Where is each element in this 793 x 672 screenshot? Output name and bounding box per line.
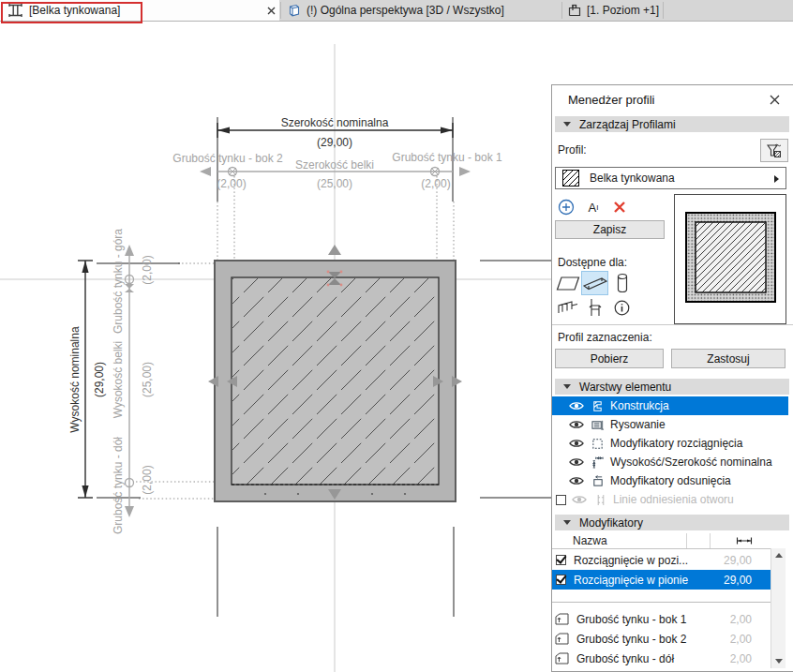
visibility-eye-icon[interactable] [569, 457, 584, 467]
profile-label: Profil: [558, 143, 587, 157]
selection-profile-label: Profil zaznaczenia: [558, 331, 652, 344]
dim-height-chain: Grubość tynku - góra (2,00) Wysokość bel… [112, 229, 154, 534]
dim-value: (2,00) [141, 255, 154, 284]
modifiers-table-header[interactable]: Nazwa [552, 532, 771, 549]
dim-label: Grubość tynku - góra [112, 229, 125, 334]
section-caret-icon [563, 520, 571, 525]
available-wall-toggle[interactable] [554, 271, 581, 295]
modifier-row-plaster-side2[interactable]: Grubość tynku - bok 2 2,00 [552, 629, 771, 649]
layer-row-offset-modifiers[interactable]: Modyfikatory odsunięcia [552, 471, 788, 490]
railing-icon [557, 300, 579, 315]
tab-separator [663, 2, 664, 19]
layer-label: Linie odniesienia otworu [613, 493, 734, 506]
modifier-value[interactable]: 2,00 [730, 652, 752, 665]
modifier-checkbox[interactable] [556, 575, 566, 585]
available-railing-toggle[interactable] [554, 295, 581, 320]
profile-preview-image [675, 195, 786, 323]
delete-profile-button[interactable] [610, 198, 629, 217]
apply-button[interactable]: Zastosuj [671, 349, 786, 368]
tab-3d-perspective[interactable]: (!) Ogólna perspektywa [3D / Wszystko] [287, 0, 504, 21]
stretch-modifiers-layer-icon [591, 438, 604, 450]
layer-checkbox[interactable] [556, 495, 566, 505]
handle-right-outer[interactable] [452, 376, 462, 387]
new-profile-button[interactable] [557, 198, 576, 217]
profile-preview [674, 194, 786, 324]
visibility-eye-icon[interactable] [569, 401, 584, 411]
section-label: Modyfikatory [579, 516, 643, 530]
panel-title: Menedżer profili [568, 93, 655, 107]
name-column-header[interactable]: Nazwa [573, 534, 607, 547]
handle-top[interactable] [328, 245, 341, 255]
modifier-value[interactable]: 29,00 [724, 554, 752, 567]
offset-modifier-icon [555, 652, 569, 665]
delete-x-icon [613, 201, 626, 214]
layer-row-construction[interactable]: Konstrukcja [552, 396, 788, 415]
layer-row-opening-reference[interactable]: Linie odniesienia otworu [552, 490, 788, 509]
pick-up-button[interactable]: Pobierz [555, 349, 664, 368]
dim-label: Szerokość nominalna [281, 116, 389, 129]
profile-filter-button[interactable] [760, 139, 788, 162]
beam-icon [583, 276, 607, 291]
dim-label: Grubość tynku - bok 2 [172, 152, 283, 165]
tab-floor-plan[interactable]: [1. Poziom +1] [568, 0, 659, 21]
panel-close-button[interactable] [766, 91, 783, 108]
section-element-layers[interactable]: Warstwy elementu [555, 379, 789, 395]
modifier-row-plaster-bottom[interactable]: Grubość tynku - dół 2,00 [552, 649, 771, 668]
section-label: Warstwy elementu [579, 381, 671, 394]
modifier-value[interactable]: 2,00 [730, 613, 752, 626]
arrow-up-icon [775, 553, 783, 558]
available-object-toggle[interactable] [581, 295, 608, 320]
drawing-layer-icon [591, 419, 605, 431]
handle-left-outer[interactable] [208, 376, 218, 387]
modifier-row-plaster-side1[interactable]: Grubość tynku - bok 1 2,00 [552, 609, 771, 629]
profile-name: Belka tynkowana [590, 172, 675, 185]
modifier-label: Rozciągnięcie w pionie [574, 574, 688, 587]
value-column-header-icon[interactable] [736, 537, 753, 545]
available-column-toggle[interactable] [608, 271, 636, 295]
modifier-row-stretch-horizontal[interactable]: Rozciągnięcie w pozi... 29,00 [552, 550, 771, 570]
modifier-row-stretch-vertical[interactable]: Rozciągnięcie w pionie 29,00 [552, 570, 771, 590]
dropdown-arrow-icon [774, 175, 779, 183]
layer-label: Rysowanie [610, 418, 666, 431]
tab-label: [Belka tynkowana] [29, 4, 120, 17]
dim-label: Wysokość belki [112, 341, 125, 419]
modifier-value[interactable]: 2,00 [730, 633, 752, 646]
scroll-up-button[interactable] [771, 548, 786, 562]
dim-value: (29,00) [317, 136, 352, 149]
rename-profile-button[interactable]: AI [583, 198, 604, 217]
available-info-button[interactable] [608, 295, 636, 320]
modifier-label: Grubość tynku - bok 1 [576, 613, 686, 626]
available-beam-toggle[interactable] [581, 271, 608, 295]
dim-label: Wysokość nominalna [68, 326, 82, 433]
wall-icon [556, 276, 580, 291]
profile-dropdown[interactable]: Belka tynkowana [555, 167, 786, 189]
visibility-eye-icon[interactable] [572, 495, 587, 504]
save-button[interactable]: Zapisz [555, 220, 665, 239]
layer-row-stretch-modifiers[interactable]: Modyfikatory rozciągnięcia [552, 434, 788, 453]
visibility-eye-icon[interactable] [569, 420, 584, 429]
story-icon [568, 4, 581, 17]
offset-modifier-icon [555, 633, 569, 645]
beam-profile[interactable] [215, 261, 456, 501]
section-modifiers[interactable]: Modyfikatory [555, 515, 789, 530]
layer-label: Konstrukcja [610, 399, 669, 412]
tab-separator [280, 2, 281, 19]
modifier-value[interactable]: 29,00 [724, 574, 752, 587]
section-manage-profiles[interactable]: Zarządzaj Profilami [555, 116, 789, 132]
layer-label: Wysokość/Szerokość nominalna [610, 455, 772, 469]
modifier-label: Grubość tynku - bok 2 [576, 633, 686, 646]
layer-label: Modyfikatory odsunięcia [610, 474, 731, 487]
layer-row-drawing[interactable]: Rysowanie [552, 415, 788, 434]
profile-manager-panel: Menedżer profili Zarządzaj Profilami Pro… [551, 84, 793, 672]
modifiers-scrollbar[interactable] [771, 548, 786, 668]
dim-value: (2,00) [141, 465, 154, 494]
modifier-checkbox[interactable] [556, 555, 566, 565]
nominal-size-layer-icon [591, 455, 605, 469]
tab-profile-editor[interactable]: [Belka tynkowana] [0, 0, 279, 21]
visibility-eye-icon[interactable] [569, 476, 584, 485]
info-icon [614, 300, 630, 316]
scroll-down-button[interactable] [771, 654, 786, 668]
visibility-eye-icon[interactable] [569, 439, 584, 448]
layer-row-nominal-size[interactable]: Wysokość/Szerokość nominalna [552, 453, 788, 471]
tab-close-button[interactable] [263, 0, 279, 21]
